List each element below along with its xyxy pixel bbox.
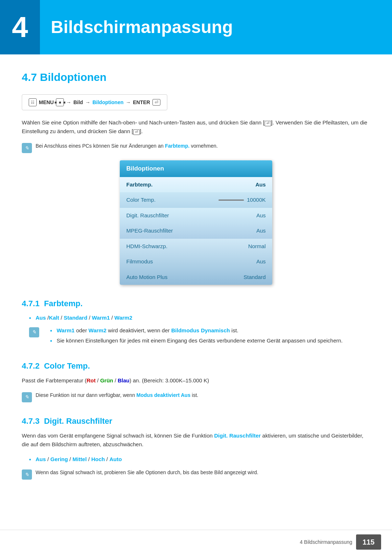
osd-row-film: Filmmodus Aus	[120, 254, 272, 270]
osd-row-digit: Digit. Rauschfilter Aus	[120, 208, 272, 223]
chapter-title: Bildschirmanpassung	[51, 14, 233, 40]
subsection-472-heading: 4.7.2 Color Temp.	[22, 360, 370, 372]
osd-row-mpeg: MPEG-Rauschfilter Aus	[120, 223, 272, 239]
note-box-471-1: ✎ Warm1 oder Warm2 wird deaktiviert, wen…	[29, 327, 370, 347]
menu-grid-icon: ◾◾◾	[56, 98, 64, 106]
menu-path: ☷ MENU ◾◾◾ → Bild → Bildoptionen → ENTER…	[22, 94, 167, 110]
colortemp-description: Passt die Farbtemperatur (Rot / Grün / B…	[22, 376, 370, 385]
menu-icon: ☷	[29, 98, 37, 106]
osd-container: Bildoptionen Farbtemp. Aus Color Temp. 1…	[22, 160, 370, 285]
section-heading: 4.7 Bildoptionen	[22, 69, 370, 85]
osd-menu: Bildoptionen Farbtemp. Aus Color Temp. 1…	[120, 160, 272, 285]
page-number: 115	[356, 534, 381, 550]
bullet-farbtemp-note1: Warm1 oder Warm2 wird deaktiviert, wenn …	[50, 327, 343, 335]
subsection-471-heading: 4.7.1 Farbtemp.	[22, 297, 370, 309]
enter-label: ENTER	[133, 99, 150, 106]
osd-header: Bildoptionen	[120, 160, 272, 177]
chapter-number: 4	[0, 0, 40, 54]
osd-row-hdmi: HDMI-Schwarzp. Normal	[120, 239, 272, 254]
digit-description: Wenn das vom Gerät empfangene Signal sch…	[22, 431, 370, 449]
osd-row-automotion: Auto Motion Plus Standard	[120, 270, 272, 285]
farbtemp-notes: ✎ Warm1 oder Warm2 wird deaktiviert, wen…	[29, 327, 370, 347]
note-box-1: ✎ Bei Anschluss eines PCs können Sie nur…	[22, 142, 370, 153]
bullet-farbtemp-options: Aus /Kalt / Standard / Warm1 / Warm2	[29, 314, 370, 322]
page-footer: 4 Bildschirmanpassung 115	[0, 530, 392, 554]
bullet-digit-options: Aus / Gering / Mittel / Hoch / Auto	[29, 455, 370, 464]
note-text-472: Diese Funktion ist nur dann verfügbar, w…	[36, 391, 198, 399]
osd-row-colortemp: Color Temp. 10000K	[120, 192, 272, 208]
farbtemp-note-bullets: Warm1 oder Warm2 wird deaktiviert, wenn …	[43, 327, 343, 347]
menu-label: MENU	[39, 99, 54, 106]
note-icon-1: ✎	[22, 143, 32, 153]
subsection-473-heading: 4.7.3 Digit. Rauschfilter	[22, 415, 370, 427]
farbtemp-bullets: Aus /Kalt / Standard / Warm1 / Warm2	[22, 314, 370, 322]
section-description: Wählen Sie eine Option mithilfe der Nach…	[22, 118, 370, 136]
enter-icon-inline: ⏎	[265, 121, 271, 126]
bullet-farbtemp-note2: Sie können Einstellungen für jedes mit e…	[50, 337, 343, 345]
chapter-title-box: Bildschirmanpassung	[40, 0, 244, 54]
chapter-header: 4 Bildschirmanpassung	[0, 0, 392, 54]
note-text-1: Bei Anschluss eines PCs können Sie nur Ä…	[36, 142, 218, 150]
note-box-472: ✎ Diese Funktion ist nur dann verfügbar,…	[22, 391, 370, 402]
digit-bullets: Aus / Gering / Mittel / Hoch / Auto	[22, 455, 370, 464]
main-content: 4.7 Bildoptionen ☷ MENU ◾◾◾ → Bild → Bil…	[0, 69, 392, 514]
note-box-473: ✎ Wenn das Signal schwach ist, probieren…	[22, 469, 370, 480]
note-icon-471-1: ✎	[29, 327, 39, 337]
enter-icon-inline2: ⏎	[133, 130, 140, 135]
bild-label: Bild	[73, 99, 83, 106]
note-text-473: Wenn das Signal schwach ist, probieren S…	[36, 469, 258, 476]
enter-icon: ⏎	[152, 99, 160, 106]
note-icon-472: ✎	[22, 392, 32, 402]
osd-row-farbtemp: Farbtemp. Aus	[120, 177, 272, 193]
bildoptionen-label: Bildoptionen	[93, 99, 124, 106]
note-icon-473: ✎	[22, 469, 32, 480]
footer-text: 4 Bildschirmanpassung	[300, 538, 352, 546]
